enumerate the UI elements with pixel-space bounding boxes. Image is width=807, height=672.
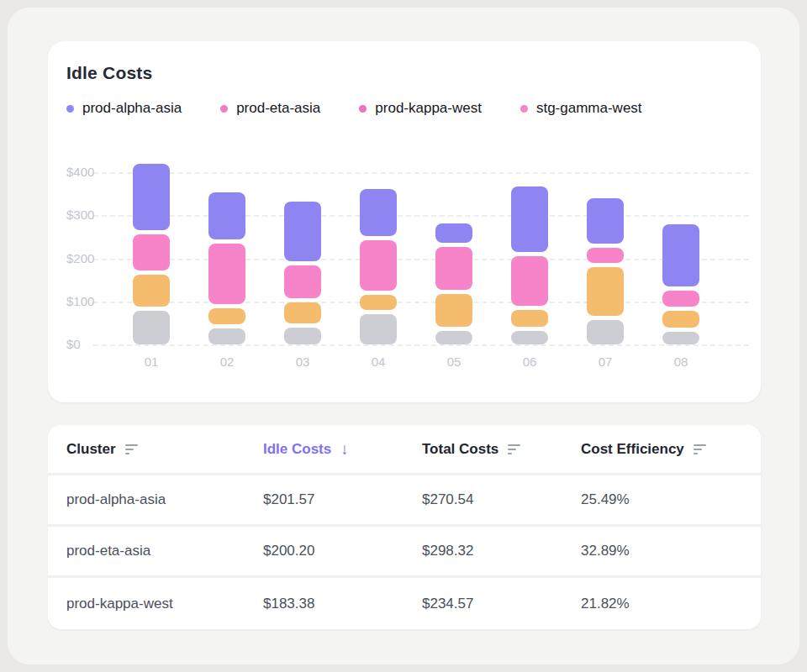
bar-segment-prod-eta-asia[interactable]	[511, 256, 548, 306]
legend-dot-icon	[520, 105, 528, 113]
table-row-prod-alpha-asia: prod-alpha-asia$201.57$270.5425.49%	[48, 475, 761, 527]
y-axis-label: $300	[66, 207, 117, 222]
legend-label: prod-kappa-west	[375, 100, 482, 117]
gridline	[93, 302, 749, 303]
bar-segment-prod-kappa-west[interactable]	[208, 308, 245, 324]
x-axis-label: 06	[504, 354, 555, 369]
bar-segment-stg-gamma-west[interactable]	[587, 320, 624, 344]
y-axis-label: $100	[66, 294, 117, 308]
bar-segment-prod-eta-asia[interactable]	[133, 234, 170, 271]
bar-segment-prod-eta-asia[interactable]	[284, 265, 321, 298]
cell-total-costs: $270.54	[422, 491, 581, 508]
stacked-bar-07[interactable]	[587, 198, 624, 344]
bar-segment-prod-kappa-west[interactable]	[360, 295, 397, 309]
legend-item-stg-gamma-west[interactable]: stg-gamma-west	[520, 100, 642, 117]
cell-total-costs: $234.57	[422, 596, 581, 612]
bar-segment-stg-gamma-west[interactable]	[133, 311, 170, 344]
column-header-idle-costs[interactable]: Idle Costs↓	[263, 441, 422, 458]
stacked-bar-04[interactable]	[360, 189, 397, 344]
legend-item-prod-eta-asia[interactable]: prod-eta-asia	[220, 100, 320, 117]
gridline	[93, 172, 749, 174]
gridline	[93, 259, 749, 260]
legend-item-prod-kappa-west[interactable]: prod-kappa-west	[359, 100, 482, 117]
cell-cluster: prod-alpha-asia	[66, 491, 263, 508]
stacked-bar-06[interactable]	[511, 186, 548, 344]
x-axis-label: 08	[656, 354, 706, 369]
cell-cost-efficiency: 25.49%	[581, 491, 761, 508]
x-axis-label: 04	[353, 354, 404, 369]
stacked-bar-08[interactable]	[662, 224, 699, 344]
bar-segment-stg-gamma-west[interactable]	[284, 328, 321, 345]
bar-segment-prod-eta-asia[interactable]	[587, 248, 624, 263]
stacked-bar-05[interactable]	[435, 223, 472, 344]
legend-dot-icon	[220, 105, 228, 113]
stacked-bar-01[interactable]	[133, 164, 170, 344]
bar-segment-prod-kappa-west[interactable]	[662, 311, 699, 328]
bar-segment-stg-gamma-west[interactable]	[435, 331, 472, 344]
bar-segment-prod-kappa-west[interactable]	[435, 294, 472, 327]
x-axis-label: 01	[126, 354, 177, 369]
gridline	[93, 344, 749, 346]
bar-segment-prod-eta-asia[interactable]	[360, 240, 397, 291]
chart-legend: prod-alpha-asiaprod-eta-asiaprod-kappa-w…	[66, 100, 642, 117]
bar-segment-prod-kappa-west[interactable]	[284, 302, 321, 323]
cell-cluster: prod-kappa-west	[66, 596, 263, 612]
bar-segment-prod-alpha-asia[interactable]	[284, 202, 321, 262]
bar-segment-prod-alpha-asia[interactable]	[360, 189, 397, 236]
y-axis-label: $400	[66, 165, 117, 179]
dashboard-panel: Idle Costs prod-alpha-asiaprod-eta-asiap…	[7, 7, 800, 665]
sort-lines-icon	[508, 444, 520, 454]
gridline	[93, 215, 749, 217]
sort-lines-icon	[125, 444, 138, 454]
bar-segment-prod-alpha-asia[interactable]	[662, 224, 699, 286]
chart-title: Idle Costs	[66, 63, 152, 83]
sort-desc-arrow-icon: ↓	[340, 441, 349, 457]
legend-label: prod-alpha-asia	[82, 100, 182, 117]
column-header-cost-efficiency[interactable]: Cost Efficiency	[581, 441, 761, 458]
table-row-prod-kappa-west: prod-kappa-west$183.38$234.5721.82%	[48, 578, 761, 629]
x-axis-label: 02	[202, 354, 252, 369]
bar-segment-prod-alpha-asia[interactable]	[208, 192, 245, 239]
bar-segment-prod-eta-asia[interactable]	[208, 244, 245, 304]
bar-segment-prod-eta-asia[interactable]	[662, 291, 699, 307]
cell-idle-costs: $200.20	[263, 543, 422, 559]
bar-segment-stg-gamma-west[interactable]	[662, 332, 699, 344]
column-header-total-costs[interactable]: Total Costs	[422, 441, 581, 458]
column-header-label: Idle Costs	[263, 441, 331, 458]
bar-segment-prod-alpha-asia[interactable]	[511, 186, 548, 252]
bar-segment-prod-kappa-west[interactable]	[511, 310, 548, 327]
legend-label: prod-eta-asia	[236, 100, 320, 117]
column-header-label: Cluster	[66, 441, 116, 458]
x-axis-label: 05	[429, 354, 479, 369]
column-header-cluster[interactable]: Cluster	[66, 441, 263, 458]
stacked-bar-03[interactable]	[284, 202, 321, 344]
bar-segment-prod-alpha-asia[interactable]	[435, 223, 472, 243]
plot-area: $0$100$200$300$4000102030405060708	[93, 160, 749, 344]
column-header-label: Total Costs	[422, 441, 498, 458]
bar-segment-stg-gamma-west[interactable]	[511, 331, 548, 344]
table-row-prod-eta-asia: prod-eta-asia$200.20$298.3232.89%	[48, 527, 761, 578]
x-axis-label: 07	[580, 354, 630, 369]
bar-segment-prod-alpha-asia[interactable]	[587, 198, 624, 244]
legend-label: stg-gamma-west	[536, 100, 642, 117]
column-header-label: Cost Efficiency	[581, 441, 684, 458]
bar-segment-prod-alpha-asia[interactable]	[133, 164, 170, 229]
cell-cluster: prod-eta-asia	[66, 543, 263, 559]
costs-table-card: ClusterIdle Costs↓Total CostsCost Effici…	[48, 425, 761, 629]
cell-cost-efficiency: 21.82%	[581, 596, 761, 612]
legend-dot-icon	[359, 105, 367, 113]
stacked-bar-02[interactable]	[208, 192, 245, 344]
cell-total-costs: $298.32	[422, 543, 581, 559]
bar-segment-prod-kappa-west[interactable]	[587, 267, 624, 315]
bar-segment-stg-gamma-west[interactable]	[208, 328, 245, 344]
legend-item-prod-alpha-asia[interactable]: prod-alpha-asia	[66, 100, 182, 117]
bar-segment-prod-kappa-west[interactable]	[133, 275, 170, 306]
bar-segment-stg-gamma-west[interactable]	[360, 314, 397, 344]
cell-idle-costs: $201.57	[263, 491, 422, 508]
cell-idle-costs: $183.38	[263, 596, 422, 612]
y-axis-label: $0	[66, 337, 117, 351]
legend-dot-icon	[66, 105, 74, 113]
bar-segment-prod-eta-asia[interactable]	[435, 247, 472, 290]
sort-lines-icon	[694, 444, 706, 454]
cell-cost-efficiency: 32.89%	[581, 543, 761, 559]
